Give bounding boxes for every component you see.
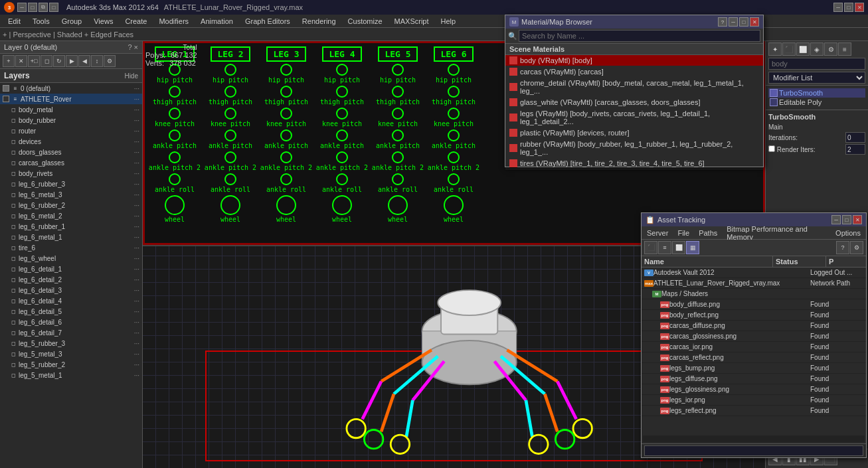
modifier-dropdown[interactable]: Modifier List bbox=[768, 72, 865, 84]
at-item[interactable]: MMaps / Shaders bbox=[642, 289, 866, 299]
at-item[interactable]: pngcarcas_reflect.pngFound bbox=[642, 352, 866, 363]
at-minimize-btn[interactable]: ─ bbox=[831, 215, 841, 224]
layer-options-dots[interactable]: ··· bbox=[134, 170, 139, 177]
layer-item[interactable]: ◻leg_6_detail_3··· bbox=[0, 285, 142, 295]
layer-item[interactable]: ◻body_rivets··· bbox=[0, 168, 142, 179]
layer-options-dots[interactable]: ··· bbox=[134, 138, 139, 145]
mb-material-item[interactable]: tires (VRayMtl) [tire_1, tire_2, tire_3,… bbox=[505, 158, 763, 169]
add-selection-btn[interactable]: +□ bbox=[28, 55, 40, 67]
menu-group[interactable]: Group bbox=[56, 16, 88, 27]
layer-item[interactable]: ◻leg_6_detail_4··· bbox=[0, 295, 142, 306]
at-item[interactable]: VAutodesk Vault 2012Logged Out ... bbox=[642, 268, 866, 278]
layer-options-dots[interactable]: ··· bbox=[134, 287, 139, 294]
select-objects-btn[interactable]: ◻ bbox=[41, 55, 52, 67]
layer-options-dots[interactable]: ··· bbox=[134, 96, 139, 103]
mb-material-item[interactable]: rubber (VRayMtl) [body_rubber, leg_1_rub… bbox=[505, 139, 763, 158]
at-item[interactable]: pngcarcas_glossiness.pngFound bbox=[642, 331, 866, 342]
ts-render-iters-input[interactable] bbox=[845, 144, 865, 155]
at-menu-options[interactable]: Options bbox=[831, 228, 865, 238]
mb-material-item[interactable]: plastic (VRayMtl) [devices, router] bbox=[505, 127, 763, 139]
layer-item[interactable]: ◻leg_6_detail_2··· bbox=[0, 274, 142, 285]
layer-options-dots[interactable]: ··· bbox=[134, 212, 139, 220]
minimize-btn[interactable]: ─ bbox=[833, 3, 843, 12]
panel-close-btn[interactable]: × bbox=[134, 43, 138, 51]
window-btn-1[interactable]: ─ bbox=[17, 3, 27, 12]
at-btn-3[interactable]: ⬜ bbox=[672, 241, 685, 254]
at-item[interactable]: pngbody_diffuse.pngFound bbox=[642, 299, 866, 310]
layer-options-dots[interactable]: ··· bbox=[134, 202, 139, 209]
layers-list[interactable]: ≡0 (default)···≡ATHLETE_Rover···◻body_me… bbox=[0, 83, 142, 468]
layer-item[interactable]: ◻leg_6_metal_1··· bbox=[0, 232, 142, 242]
layer-options-dots[interactable]: ··· bbox=[134, 85, 139, 92]
layer-item[interactable]: ◻leg_6_rubber_2··· bbox=[0, 200, 142, 210]
layers-hide-btn[interactable]: Hide bbox=[124, 72, 138, 80]
menu-modifiers[interactable]: Modifiers bbox=[153, 16, 194, 27]
sort-btn[interactable]: ↕ bbox=[91, 55, 103, 67]
layer-options-dots[interactable]: ··· bbox=[134, 340, 139, 347]
window-btn-4[interactable]: □ bbox=[49, 3, 58, 12]
at-item[interactable]: pngcarcas_diffuse.pngFound bbox=[642, 321, 866, 331]
layer-item[interactable]: ≡0 (default)··· bbox=[0, 83, 142, 94]
layer-item[interactable]: ◻doors_glasses··· bbox=[0, 147, 142, 157]
layer-item[interactable]: ◻leg_6_detail_7··· bbox=[0, 327, 142, 338]
layer-options-dots[interactable]: ··· bbox=[134, 149, 139, 156]
layer-item[interactable]: ◻leg_6_metal_2··· bbox=[0, 210, 142, 221]
at-scrollbar[interactable] bbox=[643, 435, 865, 442]
at-item[interactable]: pngcarcas_ior.pngFound bbox=[642, 342, 866, 352]
layer-item[interactable]: ≡ATHLETE_Rover··· bbox=[0, 94, 142, 104]
layer-item[interactable]: ◻devices··· bbox=[0, 136, 142, 147]
layer-item[interactable]: ◻router··· bbox=[0, 125, 142, 136]
refresh-btn[interactable]: ↻ bbox=[53, 55, 65, 67]
add-layer-btn[interactable]: + bbox=[3, 55, 15, 67]
layer-options-dots[interactable]: ··· bbox=[134, 181, 139, 188]
menu-create[interactable]: Create bbox=[120, 16, 152, 27]
at-item[interactable]: pnglegs_ior.pngFound bbox=[642, 395, 866, 406]
rt-icon-4[interactable]: ◈ bbox=[810, 42, 824, 56]
at-close-btn[interactable]: ✕ bbox=[853, 215, 862, 224]
layer-item[interactable]: ◻leg_5_rubber_2··· bbox=[0, 359, 142, 370]
mb-close-btn[interactable]: ✕ bbox=[750, 17, 759, 27]
help-btn[interactable]: ? bbox=[128, 43, 131, 51]
at-item[interactable]: pngbody_reflect.pngFound bbox=[642, 310, 866, 321]
menu-customize[interactable]: Customize bbox=[343, 16, 388, 27]
menu-rendering[interactable]: Rendering bbox=[297, 16, 341, 27]
at-btn-1[interactable]: ⬛ bbox=[644, 241, 657, 254]
layer-item[interactable]: ◻carcas_glasses··· bbox=[0, 157, 142, 168]
expand-btn[interactable]: ▶ bbox=[66, 55, 78, 67]
menu-maxscript[interactable]: MAXScript bbox=[389, 16, 434, 27]
layer-options-dots[interactable]: ··· bbox=[134, 244, 139, 252]
at-btn-help[interactable]: ? bbox=[836, 241, 849, 254]
settings-btn[interactable]: ⚙ bbox=[104, 55, 116, 67]
layer-options-dots[interactable]: ··· bbox=[134, 234, 139, 241]
layer-options-dots[interactable]: ··· bbox=[134, 127, 139, 135]
rt-icon-5[interactable]: ⚙ bbox=[824, 42, 837, 56]
menu-help[interactable]: Help bbox=[436, 16, 462, 27]
at-item[interactable]: pnglegs_bump.pngFound bbox=[642, 363, 866, 374]
at-item[interactable]: pnglegs_reflect.pngFound bbox=[642, 406, 866, 416]
at-btn-4[interactable]: ▦ bbox=[686, 241, 699, 254]
mb-search-input[interactable] bbox=[519, 30, 760, 42]
layer-checkbox[interactable] bbox=[3, 96, 9, 102]
at-menu-server[interactable]: Server bbox=[643, 228, 672, 238]
layer-options-dots[interactable]: ··· bbox=[134, 266, 139, 273]
mb-help-btn[interactable]: ? bbox=[718, 17, 727, 27]
at-btn-2[interactable]: ≡ bbox=[658, 241, 671, 254]
maximize-btn[interactable]: □ bbox=[844, 3, 853, 12]
rt-icon-1[interactable]: ✦ bbox=[768, 42, 782, 56]
delete-layer-btn[interactable]: ✕ bbox=[15, 55, 27, 67]
rt-icon-3[interactable]: ⬜ bbox=[796, 42, 810, 56]
menu-tools[interactable]: Tools bbox=[27, 16, 55, 27]
layer-options-dots[interactable]: ··· bbox=[134, 361, 139, 368]
menu-edit[interactable]: Edit bbox=[3, 16, 26, 27]
at-menu-paths[interactable]: Paths bbox=[695, 228, 721, 238]
layer-options-dots[interactable]: ··· bbox=[134, 223, 139, 230]
modifier-turbosmooth[interactable]: TurboSmooth bbox=[768, 88, 865, 98]
mb-material-item[interactable]: carcas (VRayMtl) [carcas] bbox=[505, 66, 763, 78]
layer-item[interactable]: ◻body_rubber··· bbox=[0, 115, 142, 125]
mb-minimize-btn[interactable]: ─ bbox=[729, 17, 738, 27]
at-btn-settings[interactable]: ⚙ bbox=[850, 241, 863, 254]
layer-options-dots[interactable]: ··· bbox=[134, 191, 139, 198]
layer-options-dots[interactable]: ··· bbox=[134, 159, 139, 167]
window-btn-3[interactable]: ⧉ bbox=[39, 3, 48, 12]
layer-options-dots[interactable]: ··· bbox=[134, 117, 139, 124]
